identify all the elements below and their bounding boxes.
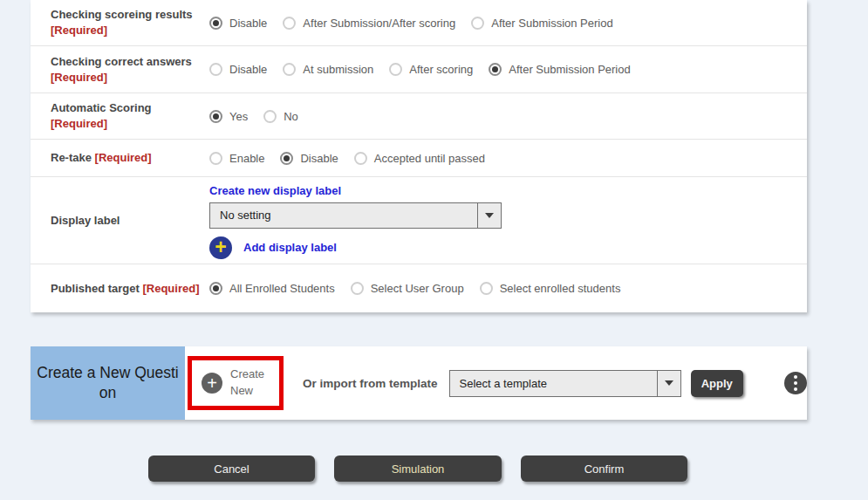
radio-option-label: Yes: [229, 110, 248, 123]
add-display-label-text: Add display label: [243, 241, 337, 254]
radio-option-label: All Enrolled Students: [229, 282, 335, 295]
row-label-text: Published target: [51, 282, 140, 295]
row-label-text: Re-take: [51, 151, 92, 164]
radio-group-correct-answers: Disable At submission After scoring Afte…: [209, 63, 631, 76]
radio-option-label: Select enrolled students: [500, 282, 621, 295]
radio-option-label: After Submission Period: [509, 63, 630, 76]
radio-group-published-target: All Enrolled Students Select User Group …: [209, 282, 620, 295]
radio-option-label: Select User Group: [371, 282, 464, 295]
radio-option-no[interactable]: No: [263, 110, 298, 123]
radio-icon: [489, 63, 502, 76]
required-badge: [Required]: [95, 151, 152, 164]
radio-icon: [209, 282, 222, 295]
row-label: Automatic Scoring [Required]: [31, 100, 209, 131]
radio-icon: [209, 63, 222, 76]
row-label-text: Checking correct answers: [51, 55, 192, 68]
plus-icon: +: [209, 236, 232, 259]
radio-option-label: Disable: [229, 17, 267, 30]
import-from-template-label: Or import from template: [303, 377, 438, 390]
display-label-select[interactable]: No setting: [209, 202, 502, 229]
display-label-select-value: No setting: [210, 209, 271, 222]
row-label: Published target [Required]: [31, 281, 209, 297]
radio-option-label: No: [284, 110, 298, 123]
radio-icon: [389, 63, 402, 76]
create-question-panel: Create a New Question + Create New Or im…: [31, 346, 807, 420]
row-label-text: Display label: [51, 214, 120, 227]
row-checking-scoring-results: Checking scoreing results [Required] Dis…: [31, 0, 807, 46]
radio-icon: [280, 152, 293, 165]
chevron-down-icon: [485, 213, 494, 218]
row-automatic-scoring: Automatic Scoring [Required] Yes No: [31, 93, 807, 140]
create-new-button[interactable]: + Create New: [192, 366, 272, 400]
radio-option-label: Accepted until passed: [374, 152, 485, 165]
radio-icon: [354, 152, 367, 165]
radio-group-scoring-results: Disable After Submission/After scoring A…: [209, 17, 613, 30]
radio-icon: [283, 63, 296, 76]
radio-icon: [480, 282, 493, 295]
apply-button[interactable]: Apply: [691, 370, 743, 397]
radio-option-enable[interactable]: Enable: [209, 152, 264, 165]
radio-option-select-enrolled-students[interactable]: Select enrolled students: [480, 282, 621, 295]
row-label: Display label: [31, 213, 209, 229]
radio-icon: [471, 17, 484, 30]
dropdown-arrow-button[interactable]: [477, 203, 501, 228]
simulation-button[interactable]: Simulation: [334, 455, 502, 482]
radio-option-label: After scoring: [409, 63, 473, 76]
radio-option-all-enrolled-students[interactable]: All Enrolled Students: [209, 282, 335, 295]
radio-option-label: At submission: [303, 63, 373, 76]
row-display-label: Display label Create new display label N…: [31, 177, 807, 264]
dropdown-arrow-button[interactable]: [657, 371, 680, 396]
create-new-display-label-link[interactable]: Create new display label: [209, 184, 341, 197]
required-badge: [Required]: [51, 24, 107, 37]
create-new-highlight-box: + Create New: [188, 356, 284, 410]
radio-option-at-submission[interactable]: At submission: [283, 63, 373, 76]
radio-option-after-scoring[interactable]: After scoring: [389, 63, 473, 76]
radio-option-after-submission-period[interactable]: After Submission Period: [489, 63, 630, 76]
radio-icon: [263, 110, 277, 123]
radio-icon: [209, 110, 222, 123]
cancel-button[interactable]: Cancel: [148, 455, 315, 482]
radio-icon: [209, 152, 222, 165]
radio-option-label: After Submission/After scoring: [303, 17, 455, 30]
chevron-down-icon: [665, 380, 673, 386]
radio-option-label: After Submission Period: [491, 17, 612, 30]
radio-option-after-submission-period[interactable]: After Submission Period: [471, 17, 612, 30]
radio-icon: [283, 17, 296, 30]
radio-option-accepted-until-passed[interactable]: Accepted until passed: [354, 152, 485, 165]
radio-option-yes[interactable]: Yes: [209, 110, 248, 123]
row-label-text: Automatic Scoring: [51, 101, 152, 114]
row-label: Checking scoreing results [Required]: [31, 7, 209, 38]
create-new-button-label: Create New: [230, 366, 272, 400]
radio-option-disable[interactable]: Disable: [209, 17, 267, 30]
required-badge: [Required]: [51, 71, 107, 84]
plus-icon: +: [202, 373, 222, 394]
template-select-value: Select a template: [450, 377, 547, 390]
row-checking-correct-answers: Checking correct answers [Required] Disa…: [31, 46, 807, 93]
radio-option-after-submission-after-scoring[interactable]: After Submission/After scoring: [283, 17, 455, 30]
add-display-label-button[interactable]: + Add display label: [209, 236, 502, 259]
radio-option-label: Disable: [300, 152, 338, 165]
template-select[interactable]: Select a template: [449, 370, 681, 397]
row-retake: Re-take [Required] Enable Disable Accept…: [31, 140, 807, 177]
confirm-button[interactable]: Confirm: [521, 455, 687, 482]
display-label-controls: Create new display label No setting + Ad…: [209, 182, 502, 259]
row-published-target: Published target [Required] All Enrolled…: [31, 264, 807, 312]
vertical-dots-icon: [794, 381, 797, 385]
radio-icon: [209, 17, 222, 30]
required-badge: [Required]: [142, 282, 199, 295]
exam-settings-panel: Checking scoreing results [Required] Dis…: [31, 0, 807, 312]
radio-option-label: Enable: [229, 152, 264, 165]
radio-option-label: Disable: [229, 63, 267, 76]
radio-group-retake: Enable Disable Accepted until passed: [209, 152, 485, 165]
row-label-text: Checking scoreing results: [51, 8, 193, 21]
kebab-menu-button[interactable]: [784, 372, 807, 394]
section-title: Create a New Question: [31, 346, 185, 420]
radio-option-disable[interactable]: Disable: [209, 63, 267, 76]
required-badge: [Required]: [51, 117, 107, 130]
row-label: Re-take [Required]: [31, 150, 209, 166]
radio-group-automatic-scoring: Yes No: [209, 110, 298, 123]
row-label: Checking correct answers [Required]: [31, 54, 209, 85]
radio-option-disable[interactable]: Disable: [280, 152, 338, 165]
radio-option-select-user-group[interactable]: Select User Group: [351, 282, 464, 295]
radio-icon: [351, 282, 364, 295]
